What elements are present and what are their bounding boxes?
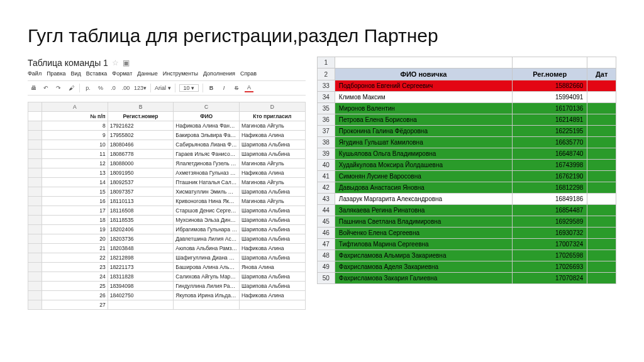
cell-date[interactable] — [587, 273, 616, 284]
font-size-select[interactable]: 10 ▾ — [179, 84, 199, 92]
row-header[interactable]: 40 — [317, 160, 335, 171]
row-header[interactable]: 1 — [317, 57, 335, 69]
cell-fio[interactable]: Худайкулова Моксира Йолдашевна — [335, 160, 512, 171]
row-header[interactable]: 46 — [317, 228, 335, 239]
row-header[interactable] — [28, 216, 42, 225]
menu-help[interactable]: Справ — [240, 70, 257, 77]
cell-num[interactable]: 22 — [42, 253, 108, 263]
cell-reg[interactable]: 16743998 — [513, 160, 587, 171]
cell-fio[interactable]: Хисматуллин Эмиль Фаритович — [174, 187, 240, 197]
row-header[interactable]: 45 — [317, 216, 335, 228]
cell-fio[interactable]: Тифтилова Марина Сергеевна — [335, 239, 512, 250]
row-header[interactable] — [28, 131, 42, 140]
cell-fio[interactable]: Миронов Валентин — [335, 103, 512, 114]
cell-date[interactable] — [587, 171, 616, 182]
row-header[interactable]: 34 — [317, 92, 335, 103]
row-header[interactable] — [28, 263, 42, 272]
row-header[interactable]: 36 — [317, 114, 335, 126]
hdr-reg[interactable]: Регист.номер — [108, 112, 174, 121]
cell-num[interactable]: 23 — [42, 263, 108, 272]
cell-reg[interactable]: 16929589 — [513, 216, 587, 228]
cell-fio[interactable]: Петрова Елена Борисовна — [335, 114, 512, 126]
col-header-a[interactable]: A — [42, 102, 108, 112]
cell-fio[interactable]: Пашнина Светлана Владимировна — [335, 216, 512, 228]
row-header[interactable] — [28, 244, 42, 253]
cell-reg[interactable]: 16849186 — [513, 194, 587, 205]
cell[interactable] — [335, 57, 512, 69]
cell-inv[interactable]: Шарипова Альбина — [239, 150, 305, 159]
right-grid[interactable]: 1 2 ФИО новичка Рег.номер Дат 33Подборон… — [317, 57, 616, 284]
row-header[interactable] — [28, 121, 42, 131]
cell-reg[interactable]: 18311828 — [108, 272, 174, 282]
row-header[interactable] — [28, 206, 42, 216]
cell-reg[interactable]: 17007324 — [513, 239, 587, 250]
row-header[interactable] — [28, 197, 42, 206]
cell-inv[interactable]: Шарипова Альбина — [239, 187, 305, 197]
cell-inv[interactable]: Магинова Айгуль — [239, 197, 305, 206]
cell-date[interactable] — [587, 182, 616, 194]
row-header[interactable]: 33 — [317, 80, 335, 92]
col-header-d[interactable]: D — [239, 102, 305, 112]
cell-date[interactable] — [587, 205, 616, 216]
cell-fio[interactable]: Фахрисламова Альмира Закариевна — [335, 250, 512, 261]
cell-inv[interactable]: Шарипова Альбина — [239, 234, 305, 244]
cell-num[interactable]: 12 — [42, 159, 108, 168]
cell-fio[interactable]: Фахрисламова Закария Галиевна — [335, 273, 512, 284]
strike-button[interactable]: S — [232, 84, 241, 92]
col-header-c[interactable]: C — [174, 102, 240, 112]
col-header-b[interactable]: B — [108, 102, 174, 112]
cell-fio[interactable]: Гиндуллина Лилия Расимовна — [174, 282, 240, 291]
hdr-date[interactable]: Дат — [587, 69, 616, 80]
cell-reg[interactable]: 16635770 — [513, 137, 587, 148]
cell-date[interactable] — [587, 239, 616, 250]
cell-reg[interactable]: 16762190 — [513, 171, 587, 182]
cell-reg[interactable]: 18118535 — [108, 216, 174, 225]
cell-reg[interactable]: 17955802 — [108, 131, 174, 140]
cell-reg[interactable]: 18110113 — [108, 197, 174, 206]
row-header[interactable]: 38 — [317, 137, 335, 148]
cell-fio[interactable]: Салихова Айгуль Маратовна — [174, 272, 240, 282]
cell-fio[interactable]: Баширова Алина Альбертовна — [174, 263, 240, 272]
cell-fio[interactable]: Ахметзянова Гульназ Марсовна — [174, 168, 240, 178]
cell-reg[interactable]: 18203736 — [108, 234, 174, 244]
cell-inv[interactable]: Магинова Айгуль — [239, 121, 305, 131]
cell-reg[interactable]: 18116508 — [108, 206, 174, 216]
hdr-fio[interactable]: ФИО — [174, 112, 240, 121]
currency-format[interactable]: р. — [84, 84, 92, 92]
cell-inv[interactable]: Шарипова Альбина — [239, 216, 305, 225]
menu-data[interactable]: Данные — [137, 70, 158, 77]
cell-inv[interactable]: Нафикова Алина — [239, 291, 305, 300]
cell-reg[interactable]: 17026598 — [513, 250, 587, 261]
cell-reg[interactable]: 18097357 — [108, 187, 174, 197]
cell-num[interactable]: 15 — [42, 187, 108, 197]
cell-num[interactable]: 25 — [42, 282, 108, 291]
star-icon[interactable]: ☆ — [112, 58, 119, 67]
row-header[interactable] — [28, 253, 42, 263]
cell-fio[interactable]: Шафигуллина Диана Рамилевна — [174, 253, 240, 263]
cell-fio[interactable]: Мухсинова Эльза Динафовна — [174, 216, 240, 225]
cell-reg[interactable]: 18212898 — [108, 253, 174, 263]
cell-fio[interactable]: Гараев Ильяс Фанисович — [174, 150, 240, 159]
row-header[interactable]: 42 — [317, 182, 335, 194]
cell-fio[interactable]: Нафикова Алина Фанилевна — [174, 121, 240, 131]
cell-date[interactable] — [587, 250, 616, 261]
cell-reg[interactable]: 16648740 — [513, 148, 587, 160]
row-header[interactable] — [28, 300, 42, 310]
cell-num[interactable]: 9 — [42, 131, 108, 140]
cell-num[interactable]: 24 — [42, 272, 108, 282]
cell-fio[interactable]: Старшов Денис Сергеевич — [174, 206, 240, 216]
cell-reg[interactable]: 16225195 — [513, 126, 587, 137]
cell-date[interactable] — [587, 126, 616, 137]
cell-date[interactable] — [587, 114, 616, 126]
cell-reg[interactable]: 17026693 — [513, 261, 587, 273]
cell-num[interactable]: 8 — [42, 121, 108, 131]
menu-file[interactable]: Файл — [28, 70, 42, 77]
row-header[interactable]: 2 — [317, 69, 335, 80]
cell-reg[interactable]: 16812298 — [513, 182, 587, 194]
row-header[interactable] — [28, 282, 42, 291]
row-header[interactable] — [28, 225, 42, 234]
cell-num[interactable]: 10 — [42, 140, 108, 150]
cell-reg[interactable]: 18394098 — [108, 282, 174, 291]
left-grid[interactable]: A B C D № п/п Регист.номер ФИО Кто пригл… — [28, 102, 306, 310]
row-header[interactable] — [28, 140, 42, 150]
